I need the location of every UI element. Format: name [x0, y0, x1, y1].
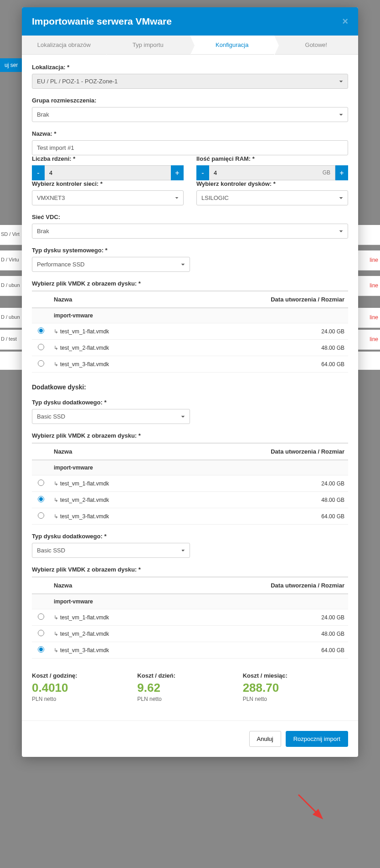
vmdk2-radio-2[interactable]	[38, 512, 44, 519]
cost-month-unit: PLN netto	[243, 696, 348, 702]
arrow-annotation-icon	[296, 792, 328, 824]
label-sysdisk: Typ dysku systemowego: *	[32, 247, 348, 254]
adddisk-select-2[interactable]: Basic SSD	[32, 543, 190, 558]
step-config[interactable]: Konfiguracja	[190, 36, 274, 54]
netctrl-select[interactable]: VMXNET3	[32, 190, 184, 205]
label-vdc: Sieć VDC:	[32, 214, 348, 220]
placement-select[interactable]: Brak	[32, 107, 348, 122]
import-modal: Importowanie serwera VMware × Lokalizacj…	[22, 7, 358, 757]
table-row[interactable]: ↳test_vm_3-flat.vmdk64.00 GB	[32, 356, 348, 373]
vdc-select[interactable]: Brak	[32, 224, 348, 239]
vmdk1-radio-2[interactable]	[38, 360, 44, 367]
diskctrl-select[interactable]: LSILOGIC	[196, 190, 348, 205]
label-diskctrl: Wybierz kontroler dysków: *	[196, 180, 348, 187]
label-vmdk-3: Wybierz plik VMDK z obrazem dysku: *	[32, 566, 348, 573]
vmdk-table-2: NazwaData utworzenia / Rozmiar import-vm…	[32, 443, 348, 525]
cost-month-label: Koszt / miesiąc:	[243, 672, 348, 679]
table-row[interactable]: ↳test_vm_1-flat.vmdk24.00 GB	[32, 323, 348, 340]
vmdk3-radio-0[interactable]	[38, 613, 44, 620]
indent-icon: ↳	[54, 345, 58, 351]
sysdisk-select[interactable]: Performance SSD	[32, 257, 190, 272]
indent-icon: ↳	[54, 497, 58, 503]
table-row[interactable]: ↳test_vm_2-flat.vmdk48.00 GB	[32, 492, 348, 508]
cost-day-value: 9.62	[137, 681, 242, 695]
cost-month-value: 288.70	[243, 681, 348, 695]
col-date: Data utworzenia / Rozmiar	[180, 443, 348, 460]
additional-disks-heading: Dodatkowe dyski:	[32, 383, 348, 391]
cost-hour-value: 0.4010	[32, 681, 137, 695]
col-date: Data utworzenia / Rozmiar	[180, 291, 348, 308]
table-row[interactable]: ↳test_vm_2-flat.vmdk48.00 GB	[32, 626, 348, 642]
cost-day-label: Koszt / dzień:	[137, 672, 242, 679]
col-name: Nazwa	[50, 291, 180, 308]
step-type[interactable]: Typ importu	[106, 36, 190, 54]
vmdk-table-3: NazwaData utworzenia / Rozmiar import-vm…	[32, 577, 348, 659]
indent-icon: ↳	[54, 361, 58, 368]
cost-hour-unit: PLN netto	[32, 696, 137, 702]
wizard-steps: Lokalizacja obrazów Typ importu Konfigur…	[22, 36, 358, 55]
vmdk2-radio-1[interactable]	[38, 496, 44, 502]
indent-icon: ↳	[54, 513, 58, 520]
cores-minus[interactable]: -	[32, 165, 45, 180]
col-name: Nazwa	[50, 443, 180, 460]
indent-icon: ↳	[54, 480, 58, 487]
cores-plus[interactable]: +	[171, 165, 184, 180]
label-ram: Ilość pamięci RAM: *	[196, 155, 348, 162]
label-adddisk-2: Typ dysku dodatkowego: *	[32, 533, 348, 540]
ram-minus[interactable]: -	[196, 165, 209, 180]
cost-hour-label: Koszt / godzinę:	[32, 672, 137, 679]
vmdk3-radio-2[interactable]	[38, 646, 44, 653]
cores-stepper: - +	[32, 165, 184, 180]
start-import-button[interactable]: Rozpocznij import	[286, 731, 348, 747]
location-select[interactable]: EU / PL / POZ-1 - POZ-Zone-1	[32, 74, 348, 89]
indent-icon: ↳	[54, 631, 58, 637]
table-row[interactable]: ↳test_vm_1-flat.vmdk24.00 GB	[32, 475, 348, 492]
modal-title: Importowanie serwera VMware	[32, 16, 172, 27]
name-input[interactable]	[32, 140, 348, 155]
cost-day-unit: PLN netto	[137, 696, 242, 702]
col-name: Nazwa	[50, 577, 180, 594]
folder-row: import-vmware	[32, 460, 348, 475]
col-date: Data utworzenia / Rozmiar	[180, 577, 348, 594]
label-cores: Liczba rdzeni: *	[32, 155, 184, 162]
label-vmdk-2: Wybierz plik VMDK z obrazem dysku: *	[32, 432, 348, 439]
vmdk3-radio-1[interactable]	[38, 630, 44, 636]
indent-icon: ↳	[54, 328, 58, 335]
folder-row: import-vmware	[32, 308, 348, 323]
step-done[interactable]: Gotowe!	[274, 36, 359, 54]
modal-footer: Anuluj Rozpocznij import	[22, 720, 358, 757]
cost-row: Koszt / godzinę: 0.4010 PLN netto Koszt …	[32, 672, 348, 702]
indent-icon: ↳	[54, 614, 58, 621]
label-location: Lokalizacja: *	[32, 64, 348, 71]
folder-row: import-vmware	[32, 594, 348, 609]
ram-stepper: - GB +	[196, 165, 348, 180]
close-icon[interactable]: ×	[342, 15, 348, 27]
cancel-button[interactable]: Anuluj	[249, 731, 281, 747]
bg-button: uj ser	[0, 58, 22, 72]
cores-input[interactable]	[45, 165, 171, 180]
vmdk1-radio-1[interactable]	[38, 344, 44, 350]
label-netctrl: Wybierz kontroler sieci: *	[32, 180, 184, 187]
indent-icon: ↳	[54, 647, 58, 654]
table-row[interactable]: ↳test_vm_3-flat.vmdk64.00 GB	[32, 508, 348, 525]
ram-plus[interactable]: +	[335, 165, 348, 180]
vmdk-table-1: NazwaData utworzenia / Rozmiar import-vm…	[32, 291, 348, 373]
svg-line-0	[298, 795, 321, 817]
label-vmdk-1: Wybierz plik VMDK z obrazem dysku: *	[32, 280, 348, 287]
table-row[interactable]: ↳test_vm_1-flat.vmdk24.00 GB	[32, 609, 348, 626]
vmdk1-radio-0[interactable]	[38, 327, 44, 334]
ram-input[interactable]	[209, 165, 318, 180]
label-placement: Grupa rozmieszczenia:	[32, 97, 348, 104]
vmdk2-radio-0[interactable]	[38, 480, 44, 486]
adddisk-select-1[interactable]: Basic SSD	[32, 409, 190, 424]
label-adddisk-1: Typ dysku dodatkowego: *	[32, 399, 348, 406]
ram-unit: GB	[318, 165, 335, 180]
step-location[interactable]: Lokalizacja obrazów	[22, 36, 106, 54]
label-name: Nazwa: *	[32, 130, 348, 137]
table-row[interactable]: ↳test_vm_2-flat.vmdk48.00 GB	[32, 340, 348, 356]
table-row[interactable]: ↳test_vm_3-flat.vmdk64.00 GB	[32, 642, 348, 659]
modal-header: Importowanie serwera VMware ×	[22, 7, 358, 36]
